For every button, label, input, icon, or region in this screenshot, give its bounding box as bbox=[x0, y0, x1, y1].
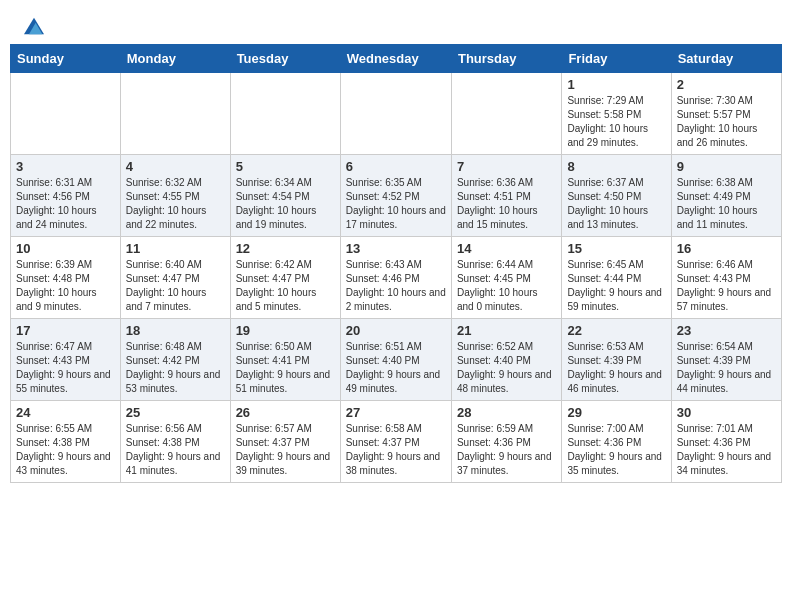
day-info: Sunrise: 6:50 AM Sunset: 4:41 PM Dayligh… bbox=[236, 340, 335, 396]
day-number: 8 bbox=[567, 159, 665, 174]
page-header bbox=[0, 0, 792, 44]
calendar-day-cell: 18Sunrise: 6:48 AM Sunset: 4:42 PM Dayli… bbox=[120, 319, 230, 401]
day-info: Sunrise: 6:45 AM Sunset: 4:44 PM Dayligh… bbox=[567, 258, 665, 314]
day-number: 20 bbox=[346, 323, 446, 338]
day-info: Sunrise: 6:38 AM Sunset: 4:49 PM Dayligh… bbox=[677, 176, 776, 232]
day-info: Sunrise: 7:29 AM Sunset: 5:58 PM Dayligh… bbox=[567, 94, 665, 150]
calendar-table: SundayMondayTuesdayWednesdayThursdayFrid… bbox=[10, 44, 782, 483]
day-info: Sunrise: 6:53 AM Sunset: 4:39 PM Dayligh… bbox=[567, 340, 665, 396]
day-number: 6 bbox=[346, 159, 446, 174]
day-info: Sunrise: 6:44 AM Sunset: 4:45 PM Dayligh… bbox=[457, 258, 556, 314]
calendar-day-cell: 5Sunrise: 6:34 AM Sunset: 4:54 PM Daylig… bbox=[230, 155, 340, 237]
day-info: Sunrise: 6:48 AM Sunset: 4:42 PM Dayligh… bbox=[126, 340, 225, 396]
day-info: Sunrise: 6:36 AM Sunset: 4:51 PM Dayligh… bbox=[457, 176, 556, 232]
day-number: 3 bbox=[16, 159, 115, 174]
day-info: Sunrise: 7:30 AM Sunset: 5:57 PM Dayligh… bbox=[677, 94, 776, 150]
calendar-day-cell: 24Sunrise: 6:55 AM Sunset: 4:38 PM Dayli… bbox=[11, 401, 121, 483]
calendar-day-cell: 3Sunrise: 6:31 AM Sunset: 4:56 PM Daylig… bbox=[11, 155, 121, 237]
day-number: 4 bbox=[126, 159, 225, 174]
day-info: Sunrise: 6:52 AM Sunset: 4:40 PM Dayligh… bbox=[457, 340, 556, 396]
day-number: 7 bbox=[457, 159, 556, 174]
calendar-day-cell: 9Sunrise: 6:38 AM Sunset: 4:49 PM Daylig… bbox=[671, 155, 781, 237]
calendar-week-row: 3Sunrise: 6:31 AM Sunset: 4:56 PM Daylig… bbox=[11, 155, 782, 237]
logo bbox=[20, 16, 44, 36]
day-number: 16 bbox=[677, 241, 776, 256]
calendar-day-cell: 30Sunrise: 7:01 AM Sunset: 4:36 PM Dayli… bbox=[671, 401, 781, 483]
day-info: Sunrise: 6:46 AM Sunset: 4:43 PM Dayligh… bbox=[677, 258, 776, 314]
day-number: 10 bbox=[16, 241, 115, 256]
calendar-day-cell: 20Sunrise: 6:51 AM Sunset: 4:40 PM Dayli… bbox=[340, 319, 451, 401]
day-number: 12 bbox=[236, 241, 335, 256]
day-info: Sunrise: 6:43 AM Sunset: 4:46 PM Dayligh… bbox=[346, 258, 446, 314]
calendar-day-cell: 16Sunrise: 6:46 AM Sunset: 4:43 PM Dayli… bbox=[671, 237, 781, 319]
day-number: 27 bbox=[346, 405, 446, 420]
day-number: 22 bbox=[567, 323, 665, 338]
calendar-day-cell: 27Sunrise: 6:58 AM Sunset: 4:37 PM Dayli… bbox=[340, 401, 451, 483]
calendar-day-cell: 23Sunrise: 6:54 AM Sunset: 4:39 PM Dayli… bbox=[671, 319, 781, 401]
calendar-day-cell: 1Sunrise: 7:29 AM Sunset: 5:58 PM Daylig… bbox=[562, 73, 671, 155]
day-number: 24 bbox=[16, 405, 115, 420]
calendar-day-cell: 4Sunrise: 6:32 AM Sunset: 4:55 PM Daylig… bbox=[120, 155, 230, 237]
weekday-tuesday: Tuesday bbox=[230, 45, 340, 73]
calendar-day-cell: 28Sunrise: 6:59 AM Sunset: 4:36 PM Dayli… bbox=[451, 401, 561, 483]
day-info: Sunrise: 6:34 AM Sunset: 4:54 PM Dayligh… bbox=[236, 176, 335, 232]
day-number: 21 bbox=[457, 323, 556, 338]
day-number: 9 bbox=[677, 159, 776, 174]
weekday-sunday: Sunday bbox=[11, 45, 121, 73]
calendar-week-row: 17Sunrise: 6:47 AM Sunset: 4:43 PM Dayli… bbox=[11, 319, 782, 401]
day-number: 5 bbox=[236, 159, 335, 174]
calendar-day-cell: 19Sunrise: 6:50 AM Sunset: 4:41 PM Dayli… bbox=[230, 319, 340, 401]
day-number: 13 bbox=[346, 241, 446, 256]
calendar-day-cell: 13Sunrise: 6:43 AM Sunset: 4:46 PM Dayli… bbox=[340, 237, 451, 319]
calendar-day-cell bbox=[230, 73, 340, 155]
calendar-day-cell: 29Sunrise: 7:00 AM Sunset: 4:36 PM Dayli… bbox=[562, 401, 671, 483]
calendar-day-cell: 17Sunrise: 6:47 AM Sunset: 4:43 PM Dayli… bbox=[11, 319, 121, 401]
calendar-day-cell: 7Sunrise: 6:36 AM Sunset: 4:51 PM Daylig… bbox=[451, 155, 561, 237]
day-info: Sunrise: 6:54 AM Sunset: 4:39 PM Dayligh… bbox=[677, 340, 776, 396]
calendar-day-cell: 26Sunrise: 6:57 AM Sunset: 4:37 PM Dayli… bbox=[230, 401, 340, 483]
day-number: 29 bbox=[567, 405, 665, 420]
day-info: Sunrise: 6:56 AM Sunset: 4:38 PM Dayligh… bbox=[126, 422, 225, 478]
day-number: 30 bbox=[677, 405, 776, 420]
day-number: 26 bbox=[236, 405, 335, 420]
calendar-day-cell: 12Sunrise: 6:42 AM Sunset: 4:47 PM Dayli… bbox=[230, 237, 340, 319]
calendar-day-cell bbox=[120, 73, 230, 155]
day-info: Sunrise: 6:51 AM Sunset: 4:40 PM Dayligh… bbox=[346, 340, 446, 396]
calendar-day-cell: 2Sunrise: 7:30 AM Sunset: 5:57 PM Daylig… bbox=[671, 73, 781, 155]
day-info: Sunrise: 6:39 AM Sunset: 4:48 PM Dayligh… bbox=[16, 258, 115, 314]
weekday-monday: Monday bbox=[120, 45, 230, 73]
day-info: Sunrise: 6:55 AM Sunset: 4:38 PM Dayligh… bbox=[16, 422, 115, 478]
weekday-header-row: SundayMondayTuesdayWednesdayThursdayFrid… bbox=[11, 45, 782, 73]
day-info: Sunrise: 6:57 AM Sunset: 4:37 PM Dayligh… bbox=[236, 422, 335, 478]
day-info: Sunrise: 6:47 AM Sunset: 4:43 PM Dayligh… bbox=[16, 340, 115, 396]
day-info: Sunrise: 6:32 AM Sunset: 4:55 PM Dayligh… bbox=[126, 176, 225, 232]
day-number: 15 bbox=[567, 241, 665, 256]
calendar-day-cell: 25Sunrise: 6:56 AM Sunset: 4:38 PM Dayli… bbox=[120, 401, 230, 483]
day-number: 17 bbox=[16, 323, 115, 338]
day-number: 25 bbox=[126, 405, 225, 420]
day-number: 19 bbox=[236, 323, 335, 338]
calendar-week-row: 24Sunrise: 6:55 AM Sunset: 4:38 PM Dayli… bbox=[11, 401, 782, 483]
day-number: 23 bbox=[677, 323, 776, 338]
day-info: Sunrise: 6:42 AM Sunset: 4:47 PM Dayligh… bbox=[236, 258, 335, 314]
calendar-day-cell: 11Sunrise: 6:40 AM Sunset: 4:47 PM Dayli… bbox=[120, 237, 230, 319]
day-info: Sunrise: 7:00 AM Sunset: 4:36 PM Dayligh… bbox=[567, 422, 665, 478]
calendar-day-cell: 10Sunrise: 6:39 AM Sunset: 4:48 PM Dayli… bbox=[11, 237, 121, 319]
day-number: 28 bbox=[457, 405, 556, 420]
calendar-day-cell: 22Sunrise: 6:53 AM Sunset: 4:39 PM Dayli… bbox=[562, 319, 671, 401]
calendar-week-row: 10Sunrise: 6:39 AM Sunset: 4:48 PM Dayli… bbox=[11, 237, 782, 319]
calendar-day-cell bbox=[340, 73, 451, 155]
calendar-week-row: 1Sunrise: 7:29 AM Sunset: 5:58 PM Daylig… bbox=[11, 73, 782, 155]
day-info: Sunrise: 6:31 AM Sunset: 4:56 PM Dayligh… bbox=[16, 176, 115, 232]
day-number: 11 bbox=[126, 241, 225, 256]
weekday-friday: Friday bbox=[562, 45, 671, 73]
calendar-wrapper: SundayMondayTuesdayWednesdayThursdayFrid… bbox=[0, 44, 792, 493]
weekday-wednesday: Wednesday bbox=[340, 45, 451, 73]
day-info: Sunrise: 6:58 AM Sunset: 4:37 PM Dayligh… bbox=[346, 422, 446, 478]
calendar-header: SundayMondayTuesdayWednesdayThursdayFrid… bbox=[11, 45, 782, 73]
day-number: 18 bbox=[126, 323, 225, 338]
calendar-day-cell bbox=[11, 73, 121, 155]
day-info: Sunrise: 6:40 AM Sunset: 4:47 PM Dayligh… bbox=[126, 258, 225, 314]
calendar-day-cell: 14Sunrise: 6:44 AM Sunset: 4:45 PM Dayli… bbox=[451, 237, 561, 319]
day-number: 2 bbox=[677, 77, 776, 92]
